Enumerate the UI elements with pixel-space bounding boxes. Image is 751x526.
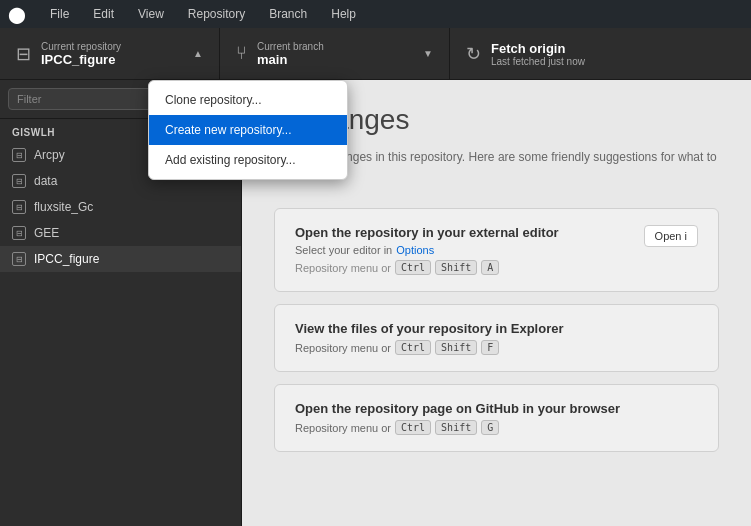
action-card-desc-prefix-3: Repository menu or [295,422,391,434]
dropdown-item-add-existing[interactable]: Add existing repository... [149,145,347,175]
repo-name: IPCC_figure [41,52,121,67]
kbd-shift-2: Shift [435,340,477,355]
action-card-desc-prefix: Select your editor in [295,244,392,256]
github-logo-icon: ⬤ [8,5,26,24]
menu-repository[interactable]: Repository [184,5,249,23]
fetch-info: Fetch origin Last fetched just now [491,41,585,67]
action-card-desc-explorer: Repository menu or Ctrl Shift F [295,340,698,355]
action-card-title-editor: Open the repository in your external edi… [295,225,698,240]
menu-view[interactable]: View [134,5,168,23]
sidebar-item-fluxsite[interactable]: ⊟ fluxsite_Gc [0,194,241,220]
repo-icon: ⊟ [16,43,31,65]
kbd-shift-3: Shift [435,420,477,435]
dropdown-menu: Clone repository... Create new repositor… [148,80,348,180]
fetch-sub: Last fetched just now [491,56,585,67]
action-card-title-explorer: View the files of your repository in Exp… [295,321,698,336]
repo-chevron-icon: ▲ [193,48,203,59]
branch-label: Current branch [257,41,324,52]
sidebar-item-label: data [34,174,57,188]
action-card-desc-editor: Select your editor in Options [295,244,644,256]
fetch-icon: ↻ [466,43,481,65]
toolbar: ⊟ Current repository IPCC_figure ▲ ⑂ Cur… [0,28,751,80]
repo-item-icon: ⊟ [12,174,26,188]
kbd-shift: Shift [435,260,477,275]
sidebar-item-ipcc[interactable]: ⊟ IPCC_figure [0,246,241,272]
branch-info: Current branch main [257,41,324,67]
fetch-label: Fetch origin [491,41,585,56]
menu-file[interactable]: File [46,5,73,23]
kbd-ctrl-3: Ctrl [395,420,431,435]
action-card-explorer: View the files of your repository in Exp… [274,304,719,372]
sidebar-item-label: IPCC_figure [34,252,99,266]
sidebar-item-label: Arcpy [34,148,65,162]
main-layout: Add ▼ GISWLH ⊟ Arcpy ⊟ data ⊟ fluxsite_G… [0,80,751,526]
menu-branch[interactable]: Branch [265,5,311,23]
menu-help[interactable]: Help [327,5,360,23]
open-editor-button[interactable]: Open i [644,225,698,247]
current-repo-section[interactable]: ⊟ Current repository IPCC_figure ▲ [0,28,220,79]
filter-input[interactable] [8,88,171,110]
repo-info: Current repository IPCC_figure [41,41,121,67]
shortcut-prefix: Repository menu or [295,262,391,274]
repo-label: Current repository [41,41,121,52]
kbd-ctrl-2: Ctrl [395,340,431,355]
dropdown-item-clone[interactable]: Clone repository... [149,85,347,115]
dropdown-item-create[interactable]: Create new repository... [149,115,347,145]
repo-item-icon: ⊟ [12,200,26,214]
kbd-g: G [481,420,499,435]
current-branch-section[interactable]: ⑂ Current branch main ▼ [220,28,450,79]
repo-item-icon: ⊟ [12,226,26,240]
sidebar-item-label: fluxsite_Gc [34,200,93,214]
action-card-desc-prefix-2: Repository menu or [295,342,391,354]
kbd-f: F [481,340,499,355]
options-link[interactable]: Options [396,244,434,256]
branch-name: main [257,52,324,67]
fetch-origin-section[interactable]: ↻ Fetch origin Last fetched just now [450,28,680,79]
action-card-title-github: Open the repository page on GitHub in yo… [295,401,698,416]
branch-icon: ⑂ [236,43,247,64]
dropdown-overlay: Clone repository... Create new repositor… [148,80,348,180]
sidebar-item-label: GEE [34,226,59,240]
kbd-a: A [481,260,499,275]
branch-chevron-icon: ▼ [423,48,433,59]
menu-edit[interactable]: Edit [89,5,118,23]
action-card-editor: Open i Open the repository in your exter… [274,208,719,292]
repo-item-icon: ⊟ [12,148,26,162]
action-card-shortcut-editor: Repository menu or Ctrl Shift A [295,260,698,275]
sidebar-item-gee[interactable]: ⊟ GEE [0,220,241,246]
menu-bar: ⬤ File Edit View Repository Branch Help [0,0,751,28]
kbd-ctrl: Ctrl [395,260,431,275]
action-card-desc-github: Repository menu or Ctrl Shift G [295,420,698,435]
repo-item-icon: ⊟ [12,252,26,266]
action-card-github: Open the repository page on GitHub in yo… [274,384,719,452]
